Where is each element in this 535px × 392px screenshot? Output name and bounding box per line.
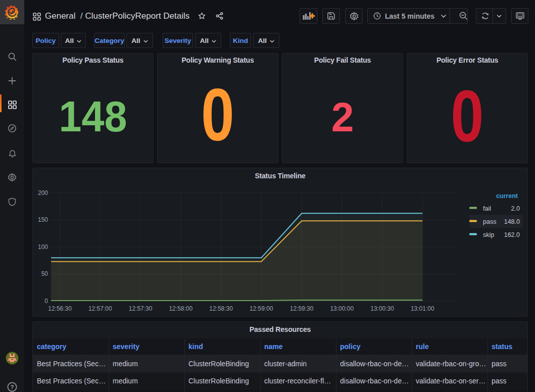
svg-text:50: 50 [41,270,48,277]
svg-text:12:59:30: 12:59:30 [290,305,314,312]
svg-text:100: 100 [38,243,48,251]
svg-text:13:00:00: 13:00:00 [330,305,354,312]
svg-text:12:58:30: 12:58:30 [209,305,233,312]
svg-text:12:56:30: 12:56:30 [48,305,72,312]
svg-text:pass: pass [483,218,496,225]
svg-text:2.0: 2.0 [511,205,520,212]
svg-text:162.0: 162.0 [504,231,520,238]
svg-text:12:57:00: 12:57:00 [88,305,112,312]
svg-text:current: current [496,192,518,200]
svg-text:skip: skip [483,231,494,238]
svg-text:13:00:30: 13:00:30 [370,305,394,312]
svg-text:148.0: 148.0 [504,218,520,225]
svg-text:12:58:00: 12:58:00 [169,305,192,312]
svg-text:?: ? [10,384,14,390]
svg-text:13:01:00: 13:01:00 [411,305,434,312]
svg-text:200: 200 [38,189,48,197]
svg-text:fail: fail [483,205,491,212]
svg-text:12:57:30: 12:57:30 [129,305,153,312]
svg-text:12:59:00: 12:59:00 [250,305,273,312]
svg-text:0: 0 [44,298,48,305]
svg-text:150: 150 [38,216,48,223]
